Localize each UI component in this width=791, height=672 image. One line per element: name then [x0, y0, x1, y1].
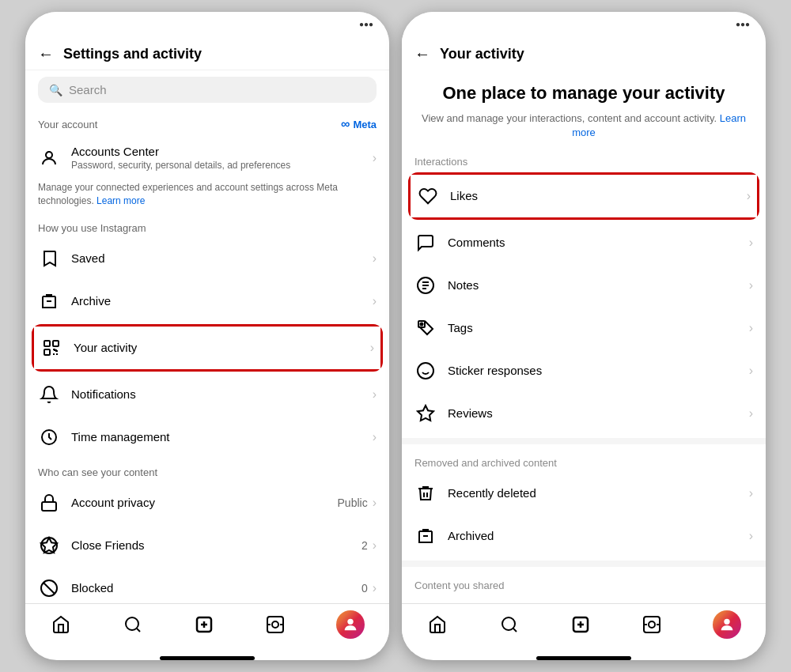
nav-search-right[interactable]	[498, 613, 520, 636]
svg-point-39	[724, 619, 729, 625]
nav-search-left[interactable]	[122, 613, 144, 636]
right-scroll-area: Interactions Likes ›	[402, 146, 766, 603]
reviews-chevron: ›	[749, 406, 753, 421]
right-header: ← Your activity	[402, 36, 766, 70]
notes-icon	[414, 274, 437, 296]
close-friends-badge: 2	[361, 539, 368, 552]
archived-item[interactable]: Archived ›	[402, 515, 766, 557]
search-placeholder-left: Search	[69, 83, 107, 96]
likes-item[interactable]: Likes ›	[411, 175, 757, 217]
saved-text: Saved	[71, 251, 361, 265]
notifications-title: Notifications	[71, 387, 361, 401]
svg-point-23	[418, 363, 433, 379]
search-bar-left[interactable]: 🔍 Search	[38, 77, 377, 103]
nav-add-right[interactable]	[570, 613, 592, 636]
saved-title: Saved	[71, 251, 361, 265]
archived-icon	[414, 525, 437, 547]
close-friends-title: Close Friends	[71, 538, 350, 552]
svg-point-16	[272, 621, 278, 628]
your-activity-item[interactable]: Your activity ›	[34, 327, 380, 369]
likes-icon	[417, 185, 439, 207]
back-button-right[interactable]: ←	[414, 45, 430, 63]
tags-icon	[414, 317, 437, 339]
close-friends-right: 2 ›	[361, 538, 377, 553]
nav-add-left[interactable]	[193, 613, 215, 636]
close-friends-icon	[38, 534, 60, 557]
comments-text: Comments	[448, 236, 738, 249]
meta-symbol: ∞	[341, 117, 350, 131]
who-can-see-label: Who can see your content	[25, 459, 389, 481]
archive-item[interactable]: Archive ›	[25, 280, 389, 323]
back-button-left[interactable]: ←	[38, 45, 54, 63]
removed-label: Removed and archived content	[402, 447, 766, 472]
reviews-title: Reviews	[448, 406, 738, 420]
svg-line-31	[513, 629, 516, 632]
accounts-center-text: Accounts Center Password, security, pers…	[71, 145, 361, 171]
right-title-block: One place to manage your activity View a…	[402, 70, 766, 146]
sticker-responses-icon	[414, 360, 437, 382]
nav-profile-left[interactable]	[336, 610, 365, 639]
notes-item[interactable]: Notes ›	[402, 264, 766, 307]
nav-reels-left[interactable]	[264, 613, 286, 636]
svg-rect-1	[44, 341, 50, 346]
recently-deleted-item[interactable]: Recently deleted ›	[402, 472, 766, 515]
learn-more-left[interactable]: Learn more	[97, 195, 145, 206]
nav-home-left[interactable]	[50, 613, 72, 636]
notes-title: Notes	[448, 278, 738, 292]
accounts-center-icon	[38, 147, 60, 169]
blocked-chevron: ›	[373, 581, 377, 595]
notifications-item[interactable]: Notifications ›	[25, 373, 389, 416]
likes-text: Likes	[450, 189, 736, 202]
left-header: ← Settings and activity	[25, 36, 389, 70]
blocked-badge: 0	[361, 582, 368, 595]
notifications-chevron: ›	[373, 387, 377, 402]
notifications-icon	[38, 383, 60, 406]
your-activity-highlighted[interactable]: Your activity ›	[32, 324, 383, 372]
saved-chevron: ›	[373, 251, 377, 266]
reviews-icon	[414, 402, 437, 425]
nav-reels-right[interactable]	[641, 613, 663, 636]
right-phone: ●●● ← Your activity One place to manage …	[402, 12, 766, 660]
interactions-label: Interactions	[402, 146, 766, 171]
close-friends-item[interactable]: Close Friends 2 ›	[25, 524, 389, 567]
comments-chevron: ›	[749, 236, 753, 250]
accounts-center-item[interactable]: Accounts Center Password, security, pers…	[25, 134, 389, 181]
blocked-text: Blocked	[71, 581, 350, 595]
account-privacy-right: Public ›	[338, 496, 377, 510]
likes-highlighted[interactable]: Likes ›	[408, 172, 759, 220]
sticker-responses-item[interactable]: Sticker responses ›	[402, 349, 766, 392]
comments-item[interactable]: Comments ›	[402, 221, 766, 264]
time-management-item[interactable]: Time management ›	[25, 416, 389, 459]
nav-profile-right[interactable]	[713, 610, 741, 639]
saved-icon	[38, 247, 60, 270]
account-privacy-item[interactable]: Account privacy Public ›	[25, 481, 389, 524]
saved-item[interactable]: Saved ›	[25, 237, 389, 280]
svg-point-36	[649, 621, 655, 628]
home-indicator-left	[160, 656, 255, 660]
svg-rect-2	[53, 341, 59, 346]
archived-chevron: ›	[749, 529, 753, 543]
archive-chevron: ›	[373, 294, 377, 308]
svg-point-0	[46, 152, 52, 158]
right-main-title: One place to manage your activity	[418, 82, 750, 105]
account-privacy-icon	[38, 492, 60, 514]
tags-item[interactable]: Tags ›	[402, 307, 766, 349]
your-activity-title: Your activity	[74, 341, 359, 354]
svg-point-30	[502, 617, 515, 630]
archived-text: Archived	[448, 529, 738, 542]
nav-home-right[interactable]	[426, 613, 448, 636]
status-bar-left: ●●●	[25, 12, 389, 36]
search-icon-left: 🔍	[49, 84, 62, 96]
archive-text: Archive	[71, 294, 361, 308]
recently-deleted-icon	[414, 482, 437, 504]
meta-connect-text: Manage your connected experiences and ac…	[25, 181, 389, 214]
svg-point-22	[421, 323, 423, 325]
reviews-item[interactable]: Reviews ›	[402, 392, 766, 435]
your-activity-icon	[40, 337, 62, 359]
reviews-text: Reviews	[448, 406, 738, 420]
blocked-item[interactable]: Blocked 0 ›	[25, 567, 389, 603]
right-header-title: Your activity	[440, 46, 524, 62]
posts-item[interactable]: Posts ›	[402, 595, 766, 603]
sticker-responses-chevron: ›	[749, 364, 753, 378]
divider-2	[402, 561, 766, 567]
